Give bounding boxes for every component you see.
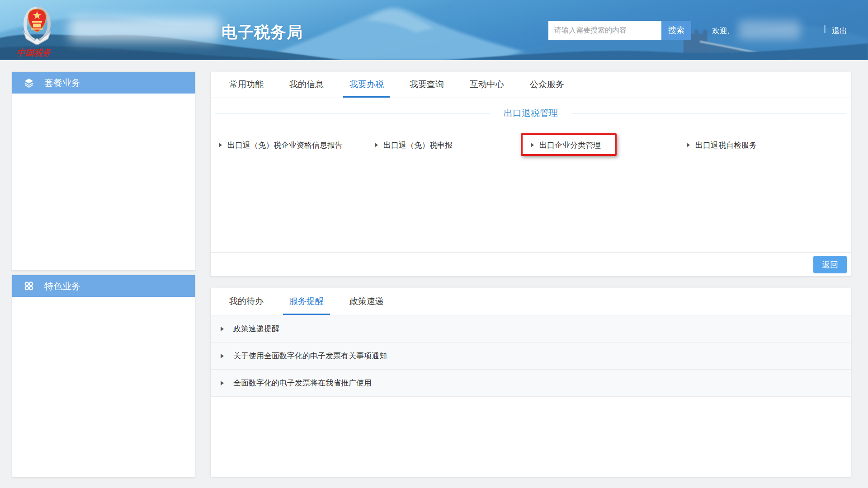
notice-link[interactable]: 全面数字化的电子发票将在我省推广使用 [233, 378, 372, 388]
export-rebate-links: 出口退（免）税企业资格信息报告 出口退（免）税申报 出口企业分类管理 出口退税自… [215, 131, 846, 159]
title-line-right [571, 113, 846, 113]
logo-caption: 中国税务 [16, 48, 52, 57]
link-export-enterprise-classification[interactable]: 出口企业分类管理 [539, 140, 601, 150]
tab-service-reminder[interactable]: 服务提醒 [283, 288, 330, 315]
blurred-organization-name [69, 17, 220, 42]
notice-list: 政策速递提醒 关于使用全面数字化的电子发票有关事项通知 全面数字化的电子发票将在… [211, 315, 851, 397]
tax-functions-panel: 常用功能 我的信息 我要办税 我要查询 互动中心 公众服务 出口退税管理 出口退… [210, 72, 851, 277]
header-divider: | [824, 23, 826, 33]
caret-right-icon [221, 327, 224, 331]
tab-my-todo[interactable]: 我的待办 [223, 288, 270, 315]
tab-common-functions[interactable]: 常用功能 [223, 72, 270, 98]
tab-my-information[interactable]: 我的信息 [283, 72, 330, 98]
panel-footer: 返回 [211, 252, 851, 276]
notice-tabs: 我的待办 服务提醒 政策速递 [211, 288, 851, 315]
four-dots-icon [24, 281, 34, 291]
link-export-rebate-self-check[interactable]: 出口退税自检服务 [695, 140, 757, 150]
notice-link[interactable]: 政策速递提醒 [233, 324, 279, 334]
site-title: 电子税务局 [222, 22, 303, 43]
tab-i-want-to-query[interactable]: 我要查询 [403, 72, 450, 98]
sidebar-section-package-business: 套餐业务 [12, 71, 195, 271]
tab-i-want-to-do-tax[interactable]: 我要办税 [343, 72, 390, 98]
tab-policy-express[interactable]: 政策速递 [343, 288, 390, 315]
caret-right-icon [531, 143, 534, 147]
section-title: 出口退税管理 [504, 107, 558, 119]
layers-icon [24, 78, 34, 88]
tab-interaction-center[interactable]: 互动中心 [463, 72, 510, 98]
link-cell: 出口企业分类管理 [531, 140, 687, 150]
blurred-username [739, 20, 800, 39]
link-cell: 出口退（免）税申报 [375, 140, 531, 150]
title-line-left [215, 113, 490, 113]
notice-link[interactable]: 关于使用全面数字化的电子发票有关事项通知 [233, 351, 387, 361]
link-cell: 出口退（免）税企业资格信息报告 [219, 140, 375, 150]
caret-right-icon [375, 143, 378, 147]
sidebar-section-special-business: 特色业务 [12, 275, 195, 478]
link-export-rebate-qualification-report[interactable]: 出口退（免）税企业资格信息报告 [227, 140, 343, 150]
welcome-label: 欢迎, [712, 26, 730, 36]
sidebar-header-package-business[interactable]: 套餐业务 [12, 72, 195, 94]
notices-panel: 我的待办 服务提醒 政策速递 政策速递提醒 关于使用全面数字化的电子发票有关事项… [210, 288, 851, 477]
section-title-row: 出口退税管理 [215, 107, 846, 119]
caret-right-icon [687, 143, 690, 147]
sidebar-header-special-business[interactable]: 特色业务 [12, 275, 195, 297]
tab-public-services[interactable]: 公众服务 [524, 72, 571, 98]
notice-item: 政策速递提醒 [211, 315, 851, 343]
sidebar-section-label: 特色业务 [44, 280, 80, 292]
search-input[interactable] [548, 21, 661, 40]
main-tabs: 常用功能 我的信息 我要办税 我要查询 互动中心 公众服务 [211, 72, 851, 98]
tax-bureau-emblem-logo: 中国税务 [16, 2, 58, 59]
logout-button[interactable]: 退出 [832, 26, 847, 36]
sidebar-section-label: 套餐业务 [44, 77, 80, 89]
link-export-rebate-declaration[interactable]: 出口退（免）税申报 [383, 140, 453, 150]
header: 中国税务 电子税务局 搜索 欢迎, | 退出 [0, 0, 868, 60]
notice-item: 关于使用全面数字化的电子发票有关事项通知 [211, 343, 851, 370]
link-cell: 出口退税自检服务 [687, 140, 843, 150]
search-button[interactable]: 搜索 [661, 21, 691, 40]
caret-right-icon [221, 381, 224, 385]
caret-right-icon [219, 143, 222, 147]
notice-item: 全面数字化的电子发票将在我省推广使用 [211, 370, 851, 397]
back-button[interactable]: 返回 [813, 256, 847, 273]
caret-right-icon [221, 354, 224, 358]
